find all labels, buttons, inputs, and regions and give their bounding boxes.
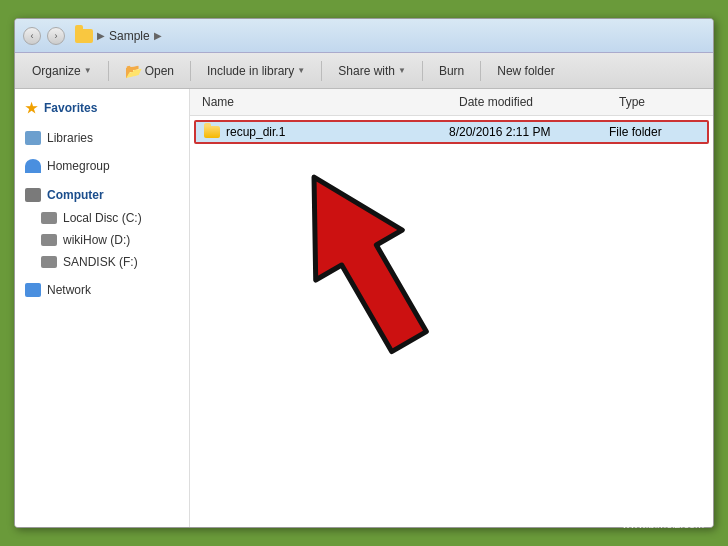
file-type: File folder [609,125,699,139]
folder-icon [75,29,93,43]
star-icon: ★ [25,100,38,116]
folder-small-icon [204,126,220,138]
arrow-annotation [290,136,510,399]
toolbar-separator-5 [480,61,481,81]
sidebar-item-homegroup[interactable]: Homegroup [15,155,189,177]
open-button[interactable]: 📂 Open [116,59,183,83]
local-disc-icon [41,212,57,224]
toolbar-separator-4 [422,61,423,81]
watermark-title: 生 活 百 科 [616,496,710,517]
include-library-button[interactable]: Include in library ▼ [198,60,314,82]
computer-header[interactable]: Computer [15,183,189,207]
file-list-header: Name Date modified Type [190,89,713,116]
homegroup-icon [25,159,41,173]
title-bar: ‹ › ▶ Sample ▶ [15,19,713,53]
network-icon [25,283,41,297]
toolbar-separator-3 [321,61,322,81]
breadcrumb: ▶ Sample ▶ [75,29,162,43]
table-row[interactable]: recup_dir.1 8/20/2016 2:11 PM File folde… [194,120,709,144]
content-area: ★ Favorites Libraries Homegroup [15,89,713,527]
organize-button[interactable]: Organize ▼ [23,60,101,82]
network-section: Network [15,279,189,301]
sidebar: ★ Favorites Libraries Homegroup [15,89,190,527]
sidebar-item-local-disc[interactable]: Local Disc (C:) [15,207,189,229]
computer-section: Computer Local Disc (C:) wikiHow (D:) SA… [15,183,189,273]
open-icon: 📂 [125,63,142,79]
share-dropdown-arrow: ▼ [398,66,406,75]
forward-button[interactable]: › [47,27,65,45]
sidebar-item-network[interactable]: Network [15,279,189,301]
homegroup-section: Homegroup [15,155,189,177]
toolbar-separator-1 [108,61,109,81]
include-dropdown-arrow: ▼ [297,66,305,75]
organize-dropdown-arrow: ▼ [84,66,92,75]
file-date: 8/20/2016 2:11 PM [449,125,609,139]
favorites-header[interactable]: ★ Favorites [15,95,189,121]
back-button[interactable]: ‹ [23,27,41,45]
new-folder-button[interactable]: New folder [488,60,563,82]
toolbar-separator-2 [190,61,191,81]
file-list: recup_dir.1 8/20/2016 2:11 PM File folde… [190,116,713,527]
favorites-section: ★ Favorites [15,95,189,121]
libraries-section: Libraries [15,127,189,149]
burn-button[interactable]: Burn [430,60,473,82]
sidebar-item-wikihow[interactable]: wikiHow (D:) [15,229,189,251]
sandisk-icon [41,256,57,268]
library-icon [25,131,41,145]
col-date: Date modified [455,93,615,111]
sidebar-item-sandisk[interactable]: SANDISK (F:) [15,251,189,273]
file-area: Name Date modified Type recup_dir.1 8/20… [190,89,713,527]
sidebar-item-libraries[interactable]: Libraries [15,127,189,149]
col-name: Name [198,93,455,111]
breadcrumb-sample: Sample [109,29,150,43]
toolbar: Organize ▼ 📂 Open Include in library ▼ S… [15,53,713,89]
computer-icon [25,188,41,202]
explorer-window: ‹ › ▶ Sample ▶ Organize ▼ 📂 Open Include… [14,18,714,528]
wikihow-drive-icon [41,234,57,246]
share-with-button[interactable]: Share with ▼ [329,60,415,82]
watermark-url: www.bimeiz.com [616,517,710,532]
file-name-cell: recup_dir.1 [204,125,449,139]
file-name: recup_dir.1 [226,125,285,139]
svg-marker-0 [290,152,452,367]
watermark: 生 活 百 科 www.bimeiz.com [616,496,710,532]
col-type: Type [615,93,705,111]
